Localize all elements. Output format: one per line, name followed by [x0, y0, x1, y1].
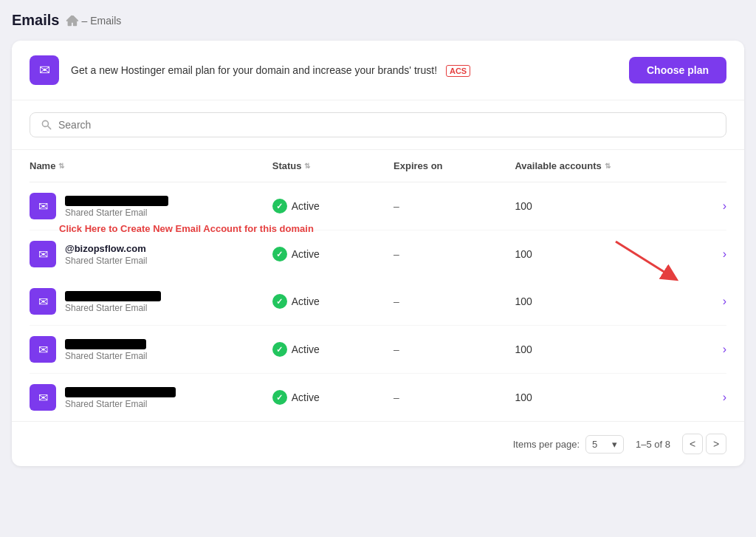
table-row: ✉ Shared Starter Email Active – 100 › [30, 278, 726, 326]
row-chevron[interactable]: › [697, 343, 726, 356]
table-row: ✉ Shared Starter Email Active – 100 › [30, 326, 726, 374]
domain-text: @bizopsflow.com [65, 243, 146, 254]
breadcrumb-current: Emails [90, 15, 121, 27]
email-icon-box: ✉ [30, 193, 56, 219]
plan-type: Shared Starter Email [65, 208, 168, 218]
expires-cell: – [394, 295, 515, 307]
items-per-page-label: Items per page: [513, 439, 580, 450]
accounts-cell: 100 [515, 343, 697, 355]
page-title: Emails [12, 12, 59, 29]
row-chevron[interactable]: › [697, 391, 726, 404]
table-row: ✉ Shared Starter Email Active – 100 › [30, 374, 726, 421]
expires-cell: – [394, 343, 515, 355]
promo-badge: ACS [446, 65, 470, 77]
chevron-down-icon: ▾ [612, 439, 617, 450]
table-row: ✉ Shared Starter Email Active – 100 › [30, 182, 726, 230]
status-text: Active [292, 200, 320, 212]
status-text: Active [292, 295, 320, 307]
per-page-select[interactable]: 5 ▾ [585, 435, 624, 454]
email-icon-box: ✉ [30, 336, 56, 363]
row-chevron[interactable]: › [697, 247, 726, 261]
accounts-cell: 100 [515, 248, 697, 260]
table-footer: Items per page: 5 ▾ 1–5 of 8 < > [12, 421, 744, 466]
domain-name-redacted [65, 291, 161, 301]
col-header-name[interactable]: Name ⇅ [30, 160, 272, 171]
email-icon-box: ✉ [30, 384, 56, 411]
expires-cell: – [394, 391, 515, 403]
breadcrumb: – Emails [65, 14, 121, 27]
promo-left: ✉ Get a new Hostinger email plan for you… [30, 55, 470, 85]
status-dot [272, 199, 287, 213]
pagination-nav: < > [682, 434, 726, 454]
promo-banner: ✉ Get a new Hostinger email plan for you… [12, 41, 744, 100]
accounts-cell: 100 [515, 295, 697, 307]
promo-text: Get a new Hostinger email plan for your … [71, 64, 470, 76]
home-icon [65, 14, 78, 27]
col-header-status[interactable]: Status ⇅ [272, 160, 394, 171]
domain-name-redacted [65, 339, 146, 349]
row-chevron[interactable]: › [697, 199, 726, 213]
table-section: Name ⇅ Status ⇅ Expires on Available acc… [12, 150, 744, 421]
plan-type: Shared Starter Email [65, 351, 147, 361]
plan-type: Shared Starter Email [65, 256, 147, 266]
plan-type: Shared Starter Email [65, 399, 176, 409]
status-text: Active [292, 248, 320, 260]
status-dot [272, 247, 287, 261]
domain-name-redacted [65, 196, 168, 206]
email-icon-box: ✉ [30, 241, 56, 267]
breadcrumb-separator: – [81, 15, 87, 27]
status-text: Active [292, 343, 320, 355]
search-wrapper [30, 112, 726, 137]
email-icon-box: ✉ [30, 288, 56, 315]
page-header: Emails – Emails [12, 12, 744, 29]
status-dot [272, 294, 287, 309]
col-header-expires: Expires on [394, 160, 515, 171]
col-header-accounts[interactable]: Available accounts ⇅ [515, 160, 697, 171]
status-text: Active [292, 391, 320, 403]
prev-page-button[interactable]: < [682, 434, 703, 454]
items-per-page: Items per page: 5 ▾ [513, 435, 624, 454]
plan-type: Shared Starter Email [65, 303, 161, 313]
status-dot [272, 342, 287, 357]
expires-cell: – [394, 200, 515, 212]
promo-icon: ✉ [30, 55, 59, 85]
accounts-cell: 100 [515, 391, 697, 403]
status-dot [272, 390, 287, 405]
expires-cell: – [394, 248, 515, 260]
row-chevron[interactable]: › [697, 295, 726, 308]
pagination-info: 1–5 of 8 [636, 439, 670, 450]
next-page-button[interactable]: > [706, 434, 726, 454]
table-header-row: Name ⇅ Status ⇅ Expires on Available acc… [30, 150, 726, 182]
search-section [12, 100, 744, 150]
accounts-cell: 100 [515, 200, 697, 212]
search-icon [41, 119, 52, 131]
domain-name-redacted [65, 387, 176, 397]
main-card: ✉ Get a new Hostinger email plan for you… [12, 41, 744, 466]
table-row: ✉ @bizopsflow.com Shared Starter Email A… [30, 230, 726, 278]
search-input[interactable] [58, 119, 715, 131]
choose-plan-button[interactable]: Choose plan [629, 57, 726, 83]
